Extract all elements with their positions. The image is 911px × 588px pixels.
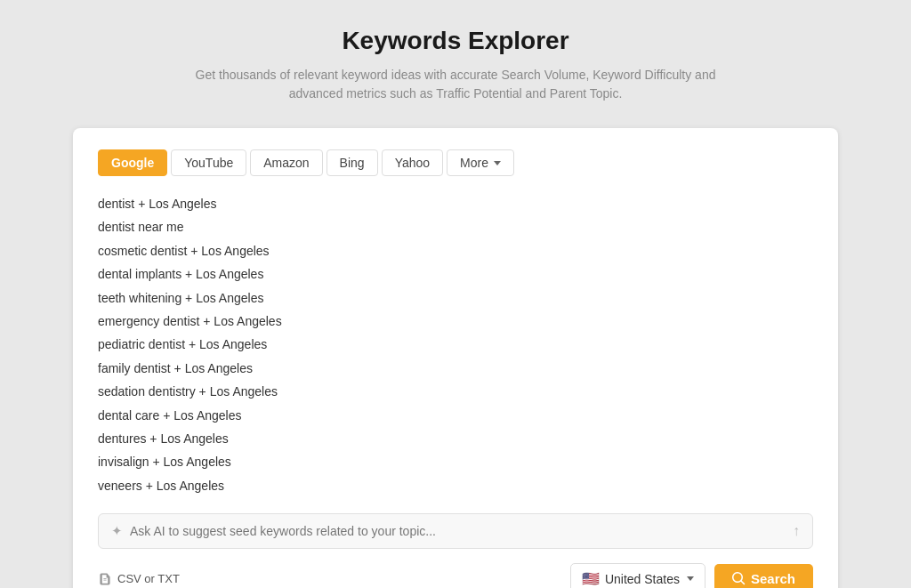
tab-yahoo[interactable]: Yahoo: [382, 149, 443, 176]
csv-label: CSV or TXT: [117, 572, 180, 585]
list-item: dental care + Los Angeles: [98, 406, 813, 425]
bottom-bar: CSV or TXT 🇺🇸 United States Search: [98, 563, 813, 588]
page-title: Keywords Explorer: [342, 27, 568, 55]
ai-input[interactable]: [130, 524, 793, 538]
send-icon[interactable]: ↑: [793, 523, 800, 539]
list-item: dentist near me: [98, 217, 813, 237]
chevron-down-icon: [494, 161, 501, 165]
list-item: dentist + Los Angeles: [98, 194, 813, 213]
right-controls: 🇺🇸 United States Search: [570, 563, 813, 588]
list-item: cosmetic dentist + Los Angeles: [98, 241, 813, 261]
list-item: emergency dentist + Los Angeles: [98, 311, 813, 331]
tab-bing[interactable]: Bing: [327, 149, 378, 176]
list-item: invisalign + Los Angeles: [98, 452, 813, 471]
list-item: dentures + Los Angeles: [98, 429, 813, 448]
flag-icon: 🇺🇸: [582, 570, 600, 587]
search-button[interactable]: Search: [714, 564, 813, 588]
csv-button[interactable]: CSV or TXT: [98, 572, 180, 586]
list-item: veneers + Los Angeles: [98, 476, 813, 495]
ai-input-row: ✦ ↑: [98, 513, 813, 549]
country-select[interactable]: 🇺🇸 United States: [570, 563, 705, 588]
list-item: teeth whitening + Los Angeles: [98, 288, 813, 308]
keywords-list: dentist + Los Angelesdentist near mecosm…: [98, 194, 813, 495]
main-card: Google YouTube Amazon Bing Yahoo More de…: [73, 128, 838, 588]
search-icon: [732, 572, 746, 585]
list-item: pediatric dentist + Los Angeles: [98, 334, 813, 354]
tab-bar: Google YouTube Amazon Bing Yahoo More: [98, 149, 813, 176]
tab-google[interactable]: Google: [98, 149, 167, 176]
tab-more[interactable]: More: [447, 149, 514, 176]
ai-sparkle-icon: ✦: [111, 523, 123, 539]
list-item: dental implants + Los Angeles: [98, 264, 813, 284]
list-item: family dentist + Los Angeles: [98, 358, 813, 378]
tab-amazon[interactable]: Amazon: [250, 149, 322, 176]
tab-youtube[interactable]: YouTube: [171, 149, 246, 176]
more-label: More: [460, 156, 488, 170]
page-subtitle: Get thousands of relevant keyword ideas …: [189, 66, 722, 103]
country-chevron-icon: [687, 576, 694, 581]
country-label: United States: [605, 572, 680, 586]
list-item: sedation dentistry + Los Angeles: [98, 382, 813, 401]
search-label: Search: [751, 571, 795, 586]
file-icon: [98, 572, 112, 586]
